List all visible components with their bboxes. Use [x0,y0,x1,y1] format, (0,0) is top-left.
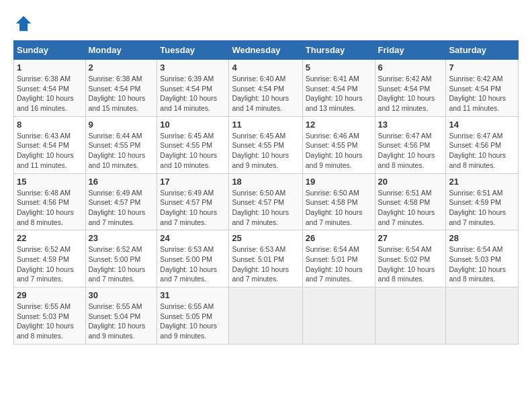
day-number: 28 [449,233,515,243]
day-number: 21 [449,177,515,187]
calendar-cell: 15Sunrise: 6:48 AM Sunset: 4:56 PM Dayli… [14,173,86,230]
day-detail: Sunrise: 6:42 AM Sunset: 4:54 PM Dayligh… [449,74,515,113]
calendar-cell: 19Sunrise: 6:50 AM Sunset: 4:58 PM Dayli… [302,173,375,230]
day-number: 10 [160,120,226,130]
calendar-cell: 11Sunrise: 6:45 AM Sunset: 4:55 PM Dayli… [229,116,302,173]
calendar-cell: 4Sunrise: 6:40 AM Sunset: 4:54 PM Daylig… [229,60,302,117]
day-detail: Sunrise: 6:53 AM Sunset: 5:01 PM Dayligh… [232,244,299,284]
day-number: 30 [89,290,154,300]
day-number: 9 [89,120,154,130]
day-number: 24 [160,233,226,243]
day-number: 4 [232,62,299,73]
calendar-cell: 3Sunrise: 6:39 AM Sunset: 4:54 PM Daylig… [157,60,229,117]
day-number: 25 [232,233,299,243]
day-header-friday: Friday [375,41,446,60]
day-number: 15 [17,177,83,187]
day-number: 22 [17,233,83,243]
day-number: 29 [17,290,83,300]
week-row-2: 8Sunrise: 6:43 AM Sunset: 4:54 PM Daylig… [14,116,519,173]
calendar-cell: 31Sunrise: 6:55 AM Sunset: 5:05 PM Dayli… [157,287,229,345]
day-number: 5 [306,62,372,73]
day-number: 2 [89,62,154,73]
day-detail: Sunrise: 6:44 AM Sunset: 4:55 PM Dayligh… [89,131,154,171]
day-number: 17 [160,177,226,187]
day-detail: Sunrise: 6:42 AM Sunset: 4:54 PM Dayligh… [378,74,443,113]
week-row-1: 1Sunrise: 6:38 AM Sunset: 4:54 PM Daylig… [14,60,519,117]
calendar-cell: 1Sunrise: 6:38 AM Sunset: 4:54 PM Daylig… [14,60,86,117]
calendar-cell: 13Sunrise: 6:47 AM Sunset: 4:56 PM Dayli… [375,116,446,173]
page-header [13,13,519,34]
day-header-saturday: Saturday [446,41,519,60]
day-number: 6 [378,62,443,73]
day-detail: Sunrise: 6:51 AM Sunset: 4:59 PM Dayligh… [449,188,515,228]
day-number: 1 [17,62,83,73]
day-detail: Sunrise: 6:40 AM Sunset: 4:54 PM Dayligh… [232,74,299,113]
calendar-table: SundayMondayTuesdayWednesdayThursdayFrid… [13,40,519,345]
week-row-3: 15Sunrise: 6:48 AM Sunset: 4:56 PM Dayli… [14,173,519,230]
day-detail: Sunrise: 6:38 AM Sunset: 4:54 PM Dayligh… [17,74,83,113]
calendar-cell: 17Sunrise: 6:49 AM Sunset: 4:57 PM Dayli… [157,173,229,230]
calendar-cell: 5Sunrise: 6:41 AM Sunset: 4:54 PM Daylig… [302,60,375,117]
calendar-cell [229,287,302,345]
calendar-cell: 14Sunrise: 6:47 AM Sunset: 4:56 PM Dayli… [446,116,519,173]
day-detail: Sunrise: 6:38 AM Sunset: 4:54 PM Dayligh… [89,74,154,113]
day-detail: Sunrise: 6:51 AM Sunset: 4:58 PM Dayligh… [378,188,443,228]
day-detail: Sunrise: 6:50 AM Sunset: 4:58 PM Dayligh… [306,188,372,228]
calendar-cell: 16Sunrise: 6:49 AM Sunset: 4:57 PM Dayli… [85,173,157,230]
day-number: 11 [232,120,299,130]
header-row: SundayMondayTuesdayWednesdayThursdayFrid… [14,41,519,60]
day-detail: Sunrise: 6:46 AM Sunset: 4:55 PM Dayligh… [306,131,372,171]
day-detail: Sunrise: 6:45 AM Sunset: 4:55 PM Dayligh… [232,131,299,171]
day-detail: Sunrise: 6:41 AM Sunset: 4:54 PM Dayligh… [306,74,372,113]
calendar-cell: 29Sunrise: 6:55 AM Sunset: 5:03 PM Dayli… [14,287,86,345]
day-number: 16 [89,177,154,187]
day-detail: Sunrise: 6:48 AM Sunset: 4:56 PM Dayligh… [17,188,83,228]
day-detail: Sunrise: 6:54 AM Sunset: 5:02 PM Dayligh… [378,244,443,284]
calendar-cell [302,287,375,345]
calendar-cell: 23Sunrise: 6:52 AM Sunset: 5:00 PM Dayli… [85,230,157,287]
calendar-cell: 28Sunrise: 6:54 AM Sunset: 5:03 PM Dayli… [446,230,519,287]
calendar-cell: 18Sunrise: 6:50 AM Sunset: 4:57 PM Dayli… [229,173,302,230]
day-number: 13 [378,120,443,130]
calendar-cell: 8Sunrise: 6:43 AM Sunset: 4:54 PM Daylig… [14,116,86,173]
calendar-cell: 2Sunrise: 6:38 AM Sunset: 4:54 PM Daylig… [85,60,157,117]
calendar-cell: 12Sunrise: 6:46 AM Sunset: 4:55 PM Dayli… [302,116,375,173]
day-number: 19 [306,177,372,187]
day-detail: Sunrise: 6:54 AM Sunset: 5:03 PM Dayligh… [449,244,515,284]
svg-marker-0 [16,16,32,32]
day-number: 31 [160,290,226,300]
day-number: 20 [378,177,443,187]
day-number: 14 [449,120,515,130]
day-header-sunday: Sunday [14,41,86,60]
day-header-thursday: Thursday [302,41,375,60]
day-number: 27 [378,233,443,243]
calendar-cell: 9Sunrise: 6:44 AM Sunset: 4:55 PM Daylig… [85,116,157,173]
calendar-cell: 25Sunrise: 6:53 AM Sunset: 5:01 PM Dayli… [229,230,302,287]
day-detail: Sunrise: 6:52 AM Sunset: 5:00 PM Dayligh… [89,244,154,284]
calendar-cell: 24Sunrise: 6:53 AM Sunset: 5:00 PM Dayli… [157,230,229,287]
day-header-tuesday: Tuesday [157,41,229,60]
day-detail: Sunrise: 6:43 AM Sunset: 4:54 PM Dayligh… [17,131,83,171]
calendar-cell: 7Sunrise: 6:42 AM Sunset: 4:54 PM Daylig… [446,60,519,117]
calendar-cell: 27Sunrise: 6:54 AM Sunset: 5:02 PM Dayli… [375,230,446,287]
day-header-monday: Monday [85,41,157,60]
logo [13,13,35,34]
day-detail: Sunrise: 6:54 AM Sunset: 5:01 PM Dayligh… [306,244,372,284]
calendar-cell: 26Sunrise: 6:54 AM Sunset: 5:01 PM Dayli… [302,230,375,287]
calendar-cell: 22Sunrise: 6:52 AM Sunset: 4:59 PM Dayli… [14,230,86,287]
day-detail: Sunrise: 6:53 AM Sunset: 5:00 PM Dayligh… [160,244,226,284]
day-header-wednesday: Wednesday [229,41,302,60]
day-number: 8 [17,120,83,130]
day-detail: Sunrise: 6:55 AM Sunset: 5:04 PM Dayligh… [89,302,154,341]
day-number: 3 [160,62,226,73]
day-number: 23 [89,233,154,243]
day-detail: Sunrise: 6:39 AM Sunset: 4:54 PM Dayligh… [160,74,226,113]
logo-icon [13,13,34,34]
calendar-cell: 6Sunrise: 6:42 AM Sunset: 4:54 PM Daylig… [375,60,446,117]
day-detail: Sunrise: 6:52 AM Sunset: 4:59 PM Dayligh… [17,244,83,284]
day-number: 12 [306,120,372,130]
day-detail: Sunrise: 6:55 AM Sunset: 5:05 PM Dayligh… [160,302,226,341]
week-row-5: 29Sunrise: 6:55 AM Sunset: 5:03 PM Dayli… [14,287,519,345]
day-detail: Sunrise: 6:45 AM Sunset: 4:55 PM Dayligh… [160,131,226,171]
day-detail: Sunrise: 6:47 AM Sunset: 4:56 PM Dayligh… [378,131,443,171]
